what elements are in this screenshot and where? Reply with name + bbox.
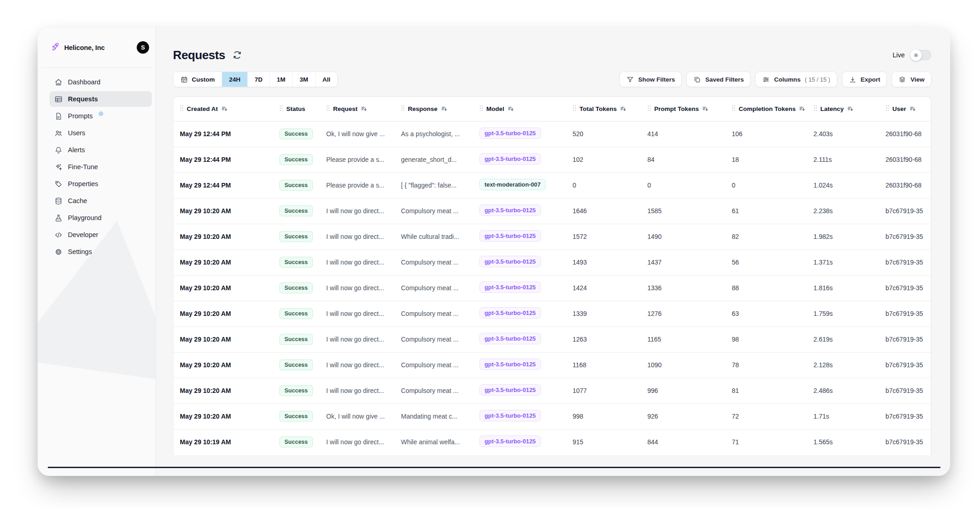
cell-total-tokens: 1646 (566, 198, 641, 224)
cell-response: Compulsory meat ... (395, 352, 473, 378)
column-header-user[interactable]: User (879, 97, 931, 121)
sort-icon[interactable] (441, 105, 447, 112)
status-badge: Success (279, 308, 313, 319)
sidebar-item-fine-tune[interactable]: Fine-Tune (50, 159, 152, 175)
table-row[interactable]: May 29 10:20 AMSuccessI will now go dire… (173, 301, 931, 326)
show-filters-button[interactable]: Show Filters (619, 72, 682, 87)
sort-icon[interactable] (909, 105, 916, 112)
cell-status: Success (273, 378, 320, 403)
horizontal-scrollbar[interactable] (48, 467, 941, 468)
cell-latency: 1.024s (807, 172, 879, 198)
cell-completion-tokens: 78 (725, 352, 807, 378)
table-row[interactable]: May 29 12:44 PMSuccessPlease provide a s… (173, 147, 931, 172)
sidebar-item-users[interactable]: Users (50, 125, 152, 141)
cell-status: Success (273, 403, 320, 429)
cell-request: I will now go direct... (320, 301, 395, 326)
table-row[interactable]: May 29 10:20 AMSuccessI will now go dire… (173, 224, 931, 249)
live-toggle[interactable] (910, 50, 931, 61)
sort-icon[interactable] (507, 105, 514, 112)
cell-response: While cultural tradi... (395, 224, 473, 249)
time-range-24h[interactable]: 24H (222, 72, 247, 87)
sidebar-item-properties[interactable]: Properties (50, 176, 152, 192)
sort-icon[interactable] (702, 105, 708, 112)
drag-handle-icon[interactable] (885, 105, 889, 113)
time-range-custom[interactable]: Custom (173, 72, 222, 87)
cell-response: As a psychologist, ... (395, 121, 473, 147)
saved-filters-button[interactable]: Saved Filters (686, 72, 751, 87)
drag-handle-icon[interactable] (732, 105, 735, 113)
column-header-model[interactable]: Model (473, 97, 566, 121)
column-header-response[interactable]: Response (395, 97, 473, 121)
sort-icon[interactable] (799, 105, 805, 112)
cell-completion-tokens: 72 (725, 403, 807, 429)
time-range-7d[interactable]: 7D (247, 72, 269, 87)
table-row[interactable]: May 29 10:20 AMSuccessI will now go dire… (173, 198, 931, 224)
table-row[interactable]: May 29 10:20 AMSuccessI will now go dire… (173, 378, 931, 403)
sidebar-nav: DashboardRequestsPromptsUsersAlertsFine-… (41, 68, 152, 260)
sidebar-item-alerts[interactable]: Alerts (50, 142, 152, 158)
cell-status: Success (273, 326, 320, 352)
drag-handle-icon[interactable] (479, 105, 483, 113)
sidebar-item-settings[interactable]: Settings (50, 244, 152, 260)
avatar[interactable]: S (137, 41, 149, 54)
table-row[interactable]: May 29 10:20 AMSuccessI will now go dire… (173, 275, 931, 301)
drag-handle-icon[interactable] (180, 105, 184, 113)
column-header-prompt-tokens[interactable]: Prompt Tokens (641, 97, 725, 121)
cell-created-at: May 29 10:20 AM (173, 301, 273, 326)
sidebar-item-playground[interactable]: Playground (50, 210, 152, 226)
drag-handle-icon[interactable] (647, 105, 651, 113)
org-switcher[interactable]: Helicone, Inc S (41, 28, 152, 68)
sidebar-item-cache[interactable]: Cache (50, 193, 152, 209)
time-range-1m[interactable]: 1M (269, 72, 292, 87)
toolbar: Custom 24H7D1M3MAll Show Filters Saved F… (173, 72, 931, 87)
sort-icon[interactable] (221, 105, 228, 112)
drag-handle-icon[interactable] (573, 105, 576, 113)
refresh-icon[interactable] (232, 50, 242, 60)
sort-icon[interactable] (620, 105, 626, 112)
cell-status: Success (273, 352, 320, 378)
sidebar-item-prompts[interactable]: Prompts (50, 108, 152, 124)
columns-button[interactable]: Columns ( 15 / 15 ) (755, 72, 837, 87)
status-badge: Success (279, 257, 313, 268)
download-icon (849, 76, 857, 83)
table-row[interactable]: May 29 10:20 AMSuccessOk, I will now giv… (173, 403, 931, 429)
column-header-request[interactable]: Request (320, 97, 395, 121)
time-range-all[interactable]: All (315, 72, 337, 87)
cell-prompt-tokens: 1165 (641, 326, 725, 352)
table-row[interactable]: May 29 12:44 PMSuccessPlease provide a s… (173, 172, 931, 198)
sidebar-item-developer[interactable]: Developer (50, 227, 152, 243)
table-row[interactable]: May 29 10:19 AMSuccessI will now go dire… (173, 429, 931, 455)
cell-latency: 2.238s (807, 198, 879, 224)
copy-icon (693, 76, 701, 83)
column-header-completion-tokens[interactable]: Completion Tokens (725, 97, 807, 121)
view-button[interactable]: View (891, 72, 931, 87)
table-row[interactable]: May 29 10:20 AMSuccessI will now go dire… (173, 249, 931, 275)
cell-request: I will now go direct... (320, 352, 395, 378)
column-header-total-tokens[interactable]: Total Tokens (566, 97, 641, 121)
export-button[interactable]: Export (842, 72, 887, 87)
cell-latency: 2.486s (807, 378, 879, 403)
drag-handle-icon[interactable] (279, 105, 283, 113)
drag-handle-icon[interactable] (813, 105, 817, 113)
table-row[interactable]: May 29 10:20 AMSuccessI will now go dire… (173, 326, 931, 352)
cell-prompt-tokens: 926 (641, 403, 725, 429)
model-badge: gpt-3.5-turbo-0125 (479, 333, 541, 344)
time-range-3m[interactable]: 3M (292, 72, 315, 87)
column-header-created-at[interactable]: Created At (173, 97, 273, 121)
drag-handle-icon[interactable] (326, 105, 330, 113)
drag-handle-icon[interactable] (401, 105, 405, 113)
sort-icon[interactable] (847, 105, 853, 112)
cell-created-at: May 29 12:44 PM (173, 172, 273, 198)
cell-model: gpt-3.5-turbo-0125 (473, 275, 566, 301)
cell-latency: 2.128s (807, 352, 879, 378)
sidebar-item-requests[interactable]: Requests (50, 91, 152, 107)
table-row[interactable]: May 29 10:20 AMSuccessI will now go dire… (173, 352, 931, 378)
column-header-latency[interactable]: Latency (807, 97, 879, 121)
cell-created-at: May 29 10:20 AM (173, 378, 273, 403)
cell-response: Compulsory meat ... (395, 378, 473, 403)
model-badge: gpt-3.5-turbo-0125 (479, 127, 541, 139)
sidebar-item-dashboard[interactable]: Dashboard (50, 74, 152, 90)
model-badge: gpt-3.5-turbo-0125 (479, 204, 541, 216)
sort-icon[interactable] (361, 105, 367, 112)
table-row[interactable]: May 29 12:44 PMSuccessOk, I will now giv… (173, 121, 931, 147)
